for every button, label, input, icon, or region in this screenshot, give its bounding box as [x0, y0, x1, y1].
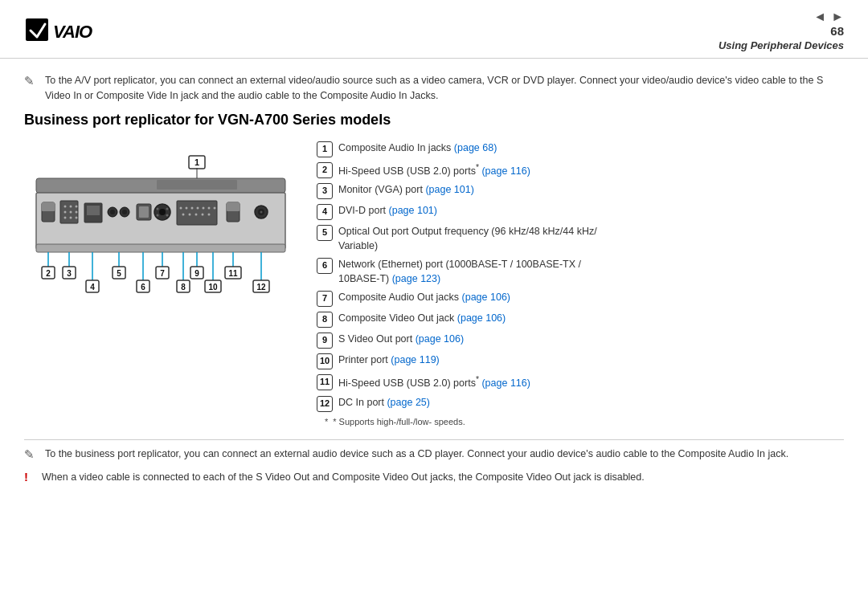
- port-desc-5: Optical Out port Output frequency (96 kH…: [338, 225, 597, 253]
- port-num-8: 8: [317, 312, 333, 328]
- page-number: 68: [719, 24, 844, 38]
- port-link-1[interactable]: (page 68): [454, 142, 497, 153]
- svg-point-19: [70, 216, 72, 218]
- port-item-4: 4 DVI-D port (page 101): [317, 204, 844, 220]
- port-num-2: 2: [317, 162, 333, 178]
- note-text-1: To the A/V port replicator, you can conn…: [45, 73, 844, 104]
- port-link-12[interactable]: (page 25): [387, 397, 430, 408]
- svg-point-46: [202, 213, 204, 215]
- svg-point-20: [76, 216, 78, 218]
- page-header: VAIO ◄ ► 68 Using Peripheral Devices: [0, 0, 868, 59]
- svg-point-24: [110, 210, 115, 214]
- svg-text:7: 7: [160, 269, 165, 278]
- section-heading: Business port replicator for VGN-A700 Se…: [24, 112, 844, 129]
- port-item-11: 11 Hi-Speed USB (USB 2.0) ports* (page 1…: [317, 374, 844, 391]
- port-link-10[interactable]: (page 119): [391, 354, 439, 365]
- page-title-header: Using Peripheral Devices: [719, 39, 844, 51]
- svg-text:8: 8: [181, 283, 186, 292]
- port-item-9: 9 S Video Out port (page 106): [317, 333, 844, 349]
- port-num-3: 3: [317, 183, 333, 199]
- port-desc-4: DVI-D port (page 101): [338, 204, 437, 218]
- vaio-logo: VAIO: [24, 14, 113, 47]
- port-link-7[interactable]: (page 106): [462, 292, 510, 303]
- svg-point-17: [76, 210, 78, 213]
- svg-text:VAIO: VAIO: [53, 22, 92, 42]
- port-list: 1 Composite Audio In jacks (page 68) 2 H…: [317, 140, 844, 426]
- svg-text:9: 9: [194, 269, 199, 278]
- svg-text:2: 2: [46, 269, 51, 278]
- svg-point-42: [214, 206, 216, 209]
- port-link-11[interactable]: (page 116): [481, 377, 530, 389]
- port-desc-9: S Video Out port (page 106): [338, 333, 464, 347]
- note-icon-2: ✎: [24, 447, 39, 462]
- port-item-7: 7 Composite Audio Out jacks (page 106): [317, 291, 844, 307]
- warning-text: When a video cable is connected to each …: [42, 470, 645, 485]
- svg-text:6: 6: [141, 283, 145, 292]
- port-link-9[interactable]: (page 106): [416, 333, 464, 345]
- divider-line: [24, 439, 844, 440]
- footnote-text: * Supports high-/full-/low- speeds.: [333, 417, 465, 426]
- svg-rect-22: [87, 206, 100, 215]
- port-item-3: 3 Monitor (VGA) port (page 101): [317, 183, 844, 199]
- port-num-1: 1: [317, 141, 333, 157]
- device-image-area: 1: [24, 140, 297, 426]
- port-item-1: 1 Composite Audio In jacks (page 68): [317, 141, 844, 157]
- port-link-6[interactable]: (page 123): [392, 273, 440, 284]
- svg-text:5: 5: [117, 269, 121, 278]
- port-desc-11: Hi-Speed USB (USB 2.0) ports* (page 116): [338, 374, 530, 391]
- svg-rect-4: [36, 244, 285, 252]
- svg-point-13: [70, 205, 72, 207]
- port-item-2: 2 Hi-Speed USB (USB 2.0) ports* (page 11…: [317, 162, 844, 179]
- port-num-4: 4: [317, 204, 333, 220]
- svg-rect-49: [227, 202, 240, 211]
- svg-point-37: [186, 206, 188, 209]
- port-link-2[interactable]: (page 116): [481, 165, 530, 177]
- port-replicator-diagram: 1: [24, 140, 297, 312]
- note-block-1: ✎ To the A/V port replicator, you can co…: [24, 73, 844, 104]
- port-num-11: 11: [317, 374, 333, 390]
- svg-point-36: [180, 206, 182, 209]
- svg-point-12: [64, 205, 67, 207]
- svg-point-18: [64, 216, 67, 218]
- svg-point-45: [195, 213, 198, 215]
- port-desc-12: DC In port (page 25): [338, 396, 430, 410]
- nav-back-arrow[interactable]: ◄: [813, 10, 826, 24]
- port-link-4[interactable]: (page 101): [389, 205, 437, 216]
- port-desc-1: Composite Audio In jacks (page 68): [338, 141, 497, 156]
- svg-point-14: [76, 205, 78, 207]
- port-desc-3: Monitor (VGA) port (page 101): [338, 183, 474, 198]
- header-right: ◄ ► 68 Using Peripheral Devices: [719, 10, 844, 51]
- port-link-8[interactable]: (page 106): [457, 312, 506, 324]
- footnote-star: *: [325, 417, 328, 426]
- svg-text:12: 12: [256, 283, 266, 292]
- port-desc-2: Hi-Speed USB (USB 2.0) ports* (page 116): [338, 162, 530, 179]
- svg-text:4: 4: [90, 283, 95, 292]
- port-item-5: 5 Optical Out port Output frequency (96 …: [317, 225, 844, 253]
- svg-text:11: 11: [228, 269, 238, 278]
- svg-point-16: [70, 210, 72, 213]
- port-desc-6: Network (Ethernet) port (1000BASE-T / 10…: [338, 258, 581, 286]
- port-num-5: 5: [317, 225, 333, 241]
- port-item-6: 6 Network (Ethernet) port (1000BASE-T / …: [317, 258, 844, 286]
- svg-point-33: [157, 214, 159, 216]
- svg-point-41: [208, 206, 211, 209]
- svg-point-26: [122, 210, 127, 214]
- port-item-10: 10 Printer port (page 119): [317, 353, 844, 369]
- nav-forward-arrow[interactable]: ►: [831, 10, 844, 24]
- svg-text:10: 10: [208, 283, 218, 292]
- page-content: ✎ To the A/V port replicator, you can co…: [0, 59, 868, 504]
- note-icon-1: ✎: [24, 74, 39, 88]
- svg-rect-10: [42, 202, 55, 211]
- svg-point-43: [182, 213, 185, 215]
- svg-point-34: [166, 214, 169, 216]
- port-num-10: 10: [317, 353, 333, 369]
- svg-point-40: [203, 206, 205, 209]
- main-content-row: 1: [24, 140, 844, 426]
- port-link-3[interactable]: (page 101): [425, 184, 473, 195]
- note-text-2: To the business port replicator, you can…: [45, 447, 788, 462]
- port-num-12: 12: [317, 396, 333, 412]
- svg-rect-28: [139, 206, 149, 218]
- port-num-6: 6: [317, 258, 333, 274]
- svg-point-39: [197, 206, 199, 209]
- svg-rect-35: [177, 201, 217, 225]
